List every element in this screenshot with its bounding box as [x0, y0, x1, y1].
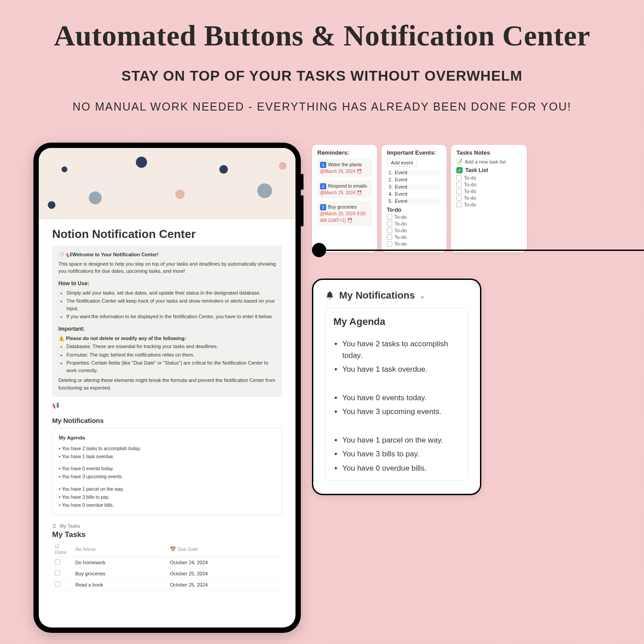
agenda-box: My Agenda • You have 2 tasks to accompli… [52, 428, 282, 515]
agenda-title: My Agenda [333, 316, 460, 328]
agenda-line: You have 1 task overdue. [62, 454, 114, 459]
agenda-line: You have 3 upcoming events. [62, 474, 123, 479]
how-to-use-header: How to Use: [58, 279, 276, 287]
agenda-inner: My Agenda You have 2 tasks to accomplish… [325, 308, 468, 480]
events-title: Important Events: [387, 149, 441, 156]
page-cover-image [39, 148, 295, 219]
agenda-title: My Agenda [59, 434, 275, 442]
agenda-line: You have 0 overdue bills. [62, 502, 114, 508]
checkbox[interactable] [456, 175, 462, 180]
tasks-notes-title: Tasks Notes [456, 149, 521, 156]
number-icon: 2 [320, 183, 326, 189]
agenda-line: You have 1 parcel on the way. [62, 486, 124, 492]
checkbox[interactable] [55, 570, 60, 576]
widgets-row: Reminders: 1Water the plants@March 29, 2… [312, 145, 527, 252]
timeline-line [326, 250, 644, 251]
number-icon: 1 [320, 162, 326, 168]
task-list-header[interactable]: ✓Task List [456, 167, 521, 173]
event-item[interactable]: Event [394, 176, 441, 183]
callout-intro: This space is designed to help you stay … [58, 260, 276, 275]
tasks-notes-widget: Tasks Notes 📝 Add a new task list ✓Task … [451, 145, 527, 252]
chevron-down-icon[interactable]: ⌄ [419, 291, 425, 300]
todo-item[interactable]: To-do [387, 234, 441, 240]
checkbox[interactable] [387, 234, 392, 240]
checkbox[interactable] [456, 195, 462, 201]
how-item: Simply add your tasks, set due dates, an… [66, 289, 276, 297]
col-done[interactable]: Done [55, 550, 66, 555]
big-header-text: My Notifications [339, 290, 415, 301]
checkbox[interactable] [387, 228, 392, 233]
how-item: The Notification Center will keep track … [66, 297, 276, 312]
hero-subtext: NO MANUAL WORK NEEDED - EVERYTHING HAS A… [0, 100, 644, 113]
db-view-label[interactable]: 🗒 My Tasks [52, 523, 282, 529]
todo-item[interactable]: To-do [456, 189, 521, 194]
tablet-frame: Notion Notification Center 🤍 📢Welcome to… [33, 143, 301, 633]
add-task-list-button[interactable]: 📝 Add a new task list [456, 159, 521, 164]
agenda-line: You have 2 tasks to accomplish today. [62, 446, 140, 451]
agenda-line: You have 3 upcoming events. [342, 406, 460, 418]
tasks-table: ☑ Done Aa Name 📅 Due Date Do homeworkOct… [52, 542, 282, 591]
important-item: Formulas: The logic behind the notificat… [66, 351, 276, 359]
callout-outro: Deleting or altering these elements migh… [58, 377, 276, 391]
checkbox[interactable] [456, 182, 462, 187]
important-item: Databases: These are essential for track… [66, 343, 276, 350]
reminder-item[interactable]: 2Respond to emails @March 29, 2024 ⏰ [317, 180, 372, 199]
checkbox[interactable] [55, 582, 60, 587]
col-due[interactable]: Due Date [177, 546, 198, 552]
event-item[interactable]: Event [394, 169, 441, 176]
agenda-line: You have 3 bills to pay. [62, 494, 109, 500]
agenda-line: You have 0 events today. [342, 392, 460, 404]
checkbox[interactable] [456, 189, 462, 194]
welcome-callout: 🤍 📢Welcome to Your Notification Center! … [52, 246, 282, 397]
reminders-title: Reminders: [317, 149, 372, 156]
agenda-line: You have 1 task overdue. [342, 364, 460, 375]
notion-page: Notion Notification Center 🤍 📢Welcome to… [39, 219, 295, 599]
callout-welcome: 🤍 📢Welcome to Your Notification Center! [58, 251, 276, 258]
checkbox[interactable] [387, 241, 392, 246]
todo-item[interactable]: To-do [456, 195, 521, 201]
table-row[interactable]: Do homeworkOctober 24, 2024 [52, 557, 282, 568]
checkbox[interactable] [387, 214, 392, 220]
table-row[interactable]: Read a bookOctober 25, 2024 [52, 579, 282, 590]
checkbox[interactable] [387, 221, 392, 226]
todo-item[interactable]: To-do [387, 221, 441, 226]
important-item: Properties: Certain fields (like "Due Da… [66, 359, 276, 374]
number-icon: 3 [320, 204, 326, 210]
agenda-line: You have 0 overdue bills. [342, 463, 460, 474]
agenda-line: You have 3 bills to pay. [342, 448, 460, 460]
agenda-line: You have 0 events today. [62, 466, 114, 471]
event-item[interactable]: Event [394, 198, 441, 204]
todo-item[interactable]: To-do [456, 175, 521, 180]
table-row[interactable]: Buy groceriesOctober 25, 2024 [52, 568, 282, 579]
agenda-line: You have 1 parcel on the way. [342, 435, 460, 446]
todo-item[interactable]: To-do [387, 228, 441, 233]
col-name[interactable]: Name [83, 546, 96, 552]
reminder-item[interactable]: 1Water the plants@March 29, 2024 ⏰ [317, 159, 372, 177]
warning-line: ⚠️ Please do not delete or modify any of… [58, 335, 276, 342]
agenda-line: You have 2 tasks to accomplish today. [342, 338, 460, 361]
todo-item[interactable]: To-do [387, 241, 441, 246]
hero-subtitle: STAY ON TOP OF YOUR TASKS WITHOUT OVERWH… [0, 68, 644, 84]
db-title: My Tasks [52, 530, 282, 539]
bell-icon [325, 291, 335, 300]
how-item: If you want the information to be displa… [66, 313, 276, 320]
todo-header: To-do [387, 207, 441, 213]
checkbox[interactable] [456, 202, 462, 207]
hero-title: Automated Buttons & Notification Center [0, 19, 644, 53]
tablet-screen: Notion Notification Center 🤍 📢Welcome to… [39, 148, 295, 628]
important-header: Important: [58, 325, 276, 333]
event-item[interactable]: Event [394, 184, 441, 190]
reminder-item[interactable]: 3Buy groceries@March 29, 2024 9:00 AM (G… [317, 201, 372, 226]
page-title: Notion Notification Center [52, 227, 282, 241]
todo-item[interactable]: To-do [456, 202, 521, 207]
my-notifications-card: My Notifications ⌄ My Agenda You have 2 … [312, 279, 481, 495]
todo-item[interactable]: To-do [387, 214, 441, 220]
events-widget: Important Events: Add event Event Event … [381, 145, 447, 252]
event-item[interactable]: Event [394, 191, 441, 197]
check-icon: ✓ [456, 167, 463, 173]
add-event-button[interactable]: Add event [387, 159, 417, 167]
checkbox[interactable] [55, 559, 60, 565]
todo-item[interactable]: To-do [456, 182, 521, 187]
reminders-widget: Reminders: 1Water the plants@March 29, 2… [312, 145, 377, 252]
my-notifications-header: My Notifications [52, 417, 282, 424]
